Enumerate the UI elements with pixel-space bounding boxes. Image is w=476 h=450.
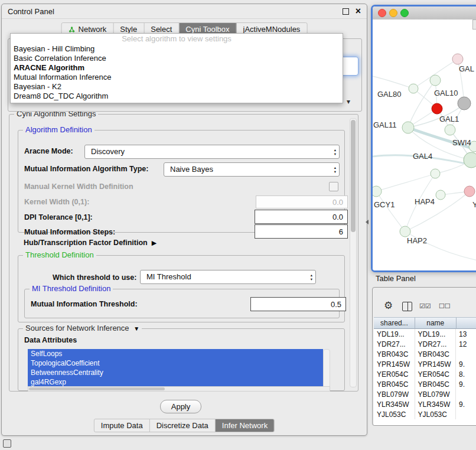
hub-definition-toggle[interactable]: Hub/Transcription Factor Definition ▶ [24, 239, 157, 247]
network-view-window: GALGAL80GAL10GAL11GAL1SWI4GAL4GCY1HAP4HA… [371, 5, 476, 272]
table-cell: YJL053C [374, 409, 415, 419]
network-edge[interactable] [376, 174, 435, 191]
tab-label: Style [120, 25, 137, 34]
mi-type-combo[interactable]: Naive Bayes ▴ ▾ [164, 162, 340, 177]
network-window-titlebar[interactable] [373, 6, 476, 20]
network-node[interactable] [452, 54, 463, 64]
bottom-tab-bar: Impute DataDiscretize DataInfer Network [94, 419, 275, 432]
network-node[interactable] [430, 75, 441, 86]
hub-collapsed-icon: ▶ [152, 239, 157, 247]
algorithm-option[interactable]: Basic Correlation Inference [11, 54, 343, 63]
table-cell: 13 [456, 329, 476, 339]
settings-scrollbar-thumb[interactable] [351, 120, 356, 232]
attributes-hscrollbar[interactable] [28, 386, 330, 392]
tab-label: Infer Network [222, 421, 268, 430]
network-scrollbar-nub[interactable] [472, 19, 476, 30]
manual-kernel-checkbox[interactable] [329, 182, 338, 191]
combo-down-icon: ▾ [311, 277, 312, 281]
table-body: YDL19...YDL19...13YDR27...YDR27...12YBR0… [374, 329, 476, 419]
table-cell: 9. [456, 379, 476, 389]
data-attribute-item[interactable]: gal4RGexp [28, 377, 323, 387]
table-row[interactable]: YDL19...YDL19...13 [374, 329, 476, 339]
splitter-collapse-arrow[interactable] [366, 220, 369, 224]
table-row[interactable]: YPR145WYPR145W9. [374, 359, 476, 369]
sources-title[interactable]: Sources for Network Inference ▼ [23, 324, 142, 332]
table-row[interactable]: YBR045CYBR045C9. [374, 379, 476, 389]
column-header[interactable] [457, 317, 476, 329]
dpi-tolerance-field[interactable]: 0.0 [255, 210, 348, 224]
network-node[interactable] [436, 190, 445, 200]
obscured-combo-arrow-icon[interactable]: ▾ [347, 97, 350, 106]
minimize-traffic-light-icon[interactable] [389, 9, 397, 17]
network-edge[interactable] [376, 191, 405, 231]
which-threshold-combo[interactable]: MI Threshold ▴ ▾ [140, 270, 316, 284]
table-cell: YPR145W [415, 359, 457, 369]
kernel-width-label: Kernel Width (0,1): [24, 195, 89, 208]
attributes-vscrollbar[interactable] [323, 349, 330, 388]
data-attribute-item[interactable]: TopologicalCoefficient [28, 358, 323, 368]
tab-label: Impute Data [101, 421, 143, 430]
algorithm-option[interactable]: Bayesian - Hill Climbing [11, 44, 343, 54]
algorithm-option[interactable]: Bayesian - K2 [11, 82, 343, 92]
mi-steps-field[interactable]: 6 [255, 224, 348, 239]
network-node[interactable] [431, 169, 440, 178]
dpi-tolerance-label: DPI Tolerance [0,1]: [24, 211, 93, 224]
table-cell: 9. [456, 399, 476, 409]
column-header[interactable]: shared... [374, 317, 415, 329]
mi-threshold-definition-group: MI Threshold Definition Mutual Informati… [24, 289, 340, 318]
network-node[interactable] [402, 122, 414, 133]
attributes-hscrollbar-thumb[interactable] [29, 387, 165, 390]
tab-infer-network[interactable]: Infer Network [216, 419, 274, 432]
network-graph[interactable]: GALGAL80GAL10GAL11GAL1SWI4GAL4GCY1HAP4HA… [373, 19, 476, 270]
control-panel-window: Control Panel × NetworkStyleSelectCyni T… [1, 4, 367, 436]
network-canvas[interactable]: GALGAL80GAL10GAL11GAL1SWI4GAL4GCY1HAP4HA… [373, 19, 476, 270]
network-node[interactable] [464, 152, 476, 168]
algorithm-option[interactable]: Dream8 DC_TDC Algorithm [11, 92, 343, 101]
table-row[interactable]: YBL079WYBL079W [374, 389, 476, 399]
network-edge[interactable] [373, 76, 413, 89]
table-row[interactable]: YDR27...YDR27...12 [374, 339, 476, 349]
network-node[interactable] [464, 186, 475, 197]
kernel-width-field[interactable]: 0.0 [256, 195, 348, 208]
tab-impute-data[interactable]: Impute Data [94, 419, 150, 432]
table-row[interactable]: YJL053CYJL053C [374, 409, 476, 419]
network-node[interactable] [432, 103, 442, 114]
node-label: GCY1 [374, 200, 395, 209]
checked-boxes-icon[interactable]: ☑☑ [419, 302, 431, 310]
network-node[interactable] [458, 97, 471, 110]
network-node[interactable] [409, 84, 418, 93]
columns-icon[interactable] [402, 302, 412, 311]
data-attribute-item[interactable]: SelfLoops [28, 349, 323, 358]
close-traffic-light-icon[interactable] [378, 9, 386, 17]
network-node[interactable] [373, 186, 382, 197]
network-node[interactable] [445, 125, 455, 135]
aracne-mode-combo[interactable]: Discovery ▴ ▾ [84, 145, 340, 159]
network-node[interactable] [400, 226, 410, 237]
control-panel-titlebar[interactable]: Control Panel × [2, 4, 367, 19]
table-row[interactable]: YLR345WYLR345W9. [374, 399, 476, 409]
settings-scrollbar[interactable] [350, 118, 357, 387]
algorithm-option[interactable]: Mutual Information Inference [11, 73, 343, 82]
data-attribute-item[interactable]: BetweennessCentrality [28, 368, 323, 377]
table-panel-window: ⚙ ☑☑ ☐☐ shared...name YDL19...YDL19...13… [372, 287, 476, 426]
gear-icon[interactable]: ⚙ [384, 299, 393, 312]
table-row[interactable]: YBR043CYBR043C [374, 349, 476, 359]
zoom-traffic-light-icon[interactable] [400, 9, 409, 17]
unchecked-boxes-icon[interactable]: ☐☐ [439, 302, 451, 310]
tab-discretize-data[interactable]: Discretize Data [150, 419, 216, 432]
float-window-icon[interactable] [343, 8, 349, 15]
mi-type-label: Mutual Information Algorithm Type: [24, 162, 148, 175]
table-cell: YLR345W [374, 399, 415, 409]
algorithm-option[interactable]: ARACNE Algorithm [11, 63, 343, 73]
table-row[interactable]: YER054CYER054C8. [374, 369, 476, 379]
column-header[interactable]: name [415, 317, 457, 329]
apply-button[interactable]: Apply [160, 400, 201, 413]
sources-expanded-icon: ▼ [133, 325, 139, 332]
close-window-icon[interactable]: × [356, 6, 361, 16]
table-cell: YPR145W [374, 359, 415, 369]
which-threshold-value: MI Threshold [146, 271, 191, 283]
data-attributes-list[interactable]: SelfLoopsTopologicalCoefficientBetweenne… [28, 349, 323, 387]
restore-panel-icon[interactable] [3, 439, 11, 448]
table-cell: 9. [456, 359, 476, 369]
mi-threshold-field[interactable]: 0.5 [250, 297, 346, 311]
